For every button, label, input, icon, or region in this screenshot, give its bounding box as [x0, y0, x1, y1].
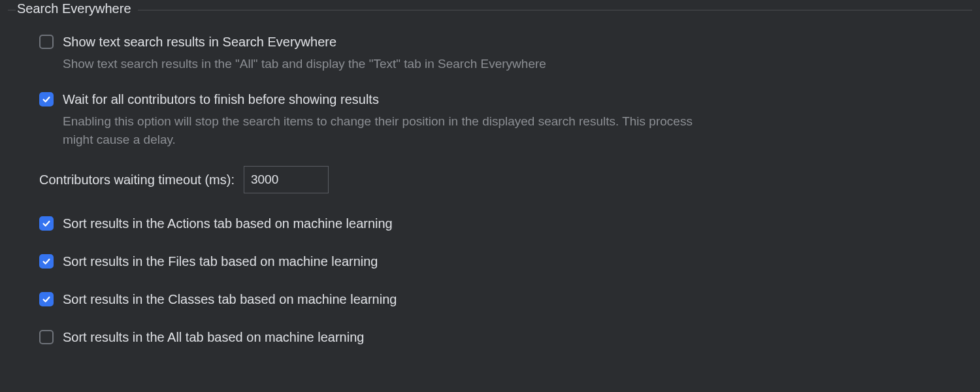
ml-files-checkbox[interactable] [39, 254, 54, 269]
ml-all-label: Sort results in the All tab based on mac… [63, 328, 364, 346]
check-icon [42, 295, 51, 304]
ml-actions-label: Sort results in the Actions tab based on… [63, 214, 393, 233]
show-text-search-checkbox[interactable] [39, 35, 54, 49]
section-title: Search Everywhere [16, 1, 138, 16]
ml-all-checkbox[interactable] [39, 330, 54, 344]
timeout-row: Contributors waiting timeout (ms): [39, 166, 972, 193]
ml-files-label: Sort results in the Files tab based on m… [63, 252, 378, 270]
wait-contributors-row: Wait for all contributors to finish befo… [39, 90, 972, 108]
timeout-input[interactable] [244, 166, 329, 193]
check-icon [42, 219, 51, 228]
ml-classes-checkbox[interactable] [39, 292, 54, 306]
ml-classes-label: Sort results in the Classes tab based on… [63, 290, 397, 308]
wait-contributors-label: Wait for all contributors to finish befo… [63, 90, 379, 108]
ml-classes-row: Sort results in the Classes tab based on… [39, 290, 972, 308]
wait-contributors-description: Enabling this option will stop the searc… [63, 112, 716, 149]
show-text-search-row: Show text search results in Search Every… [39, 33, 972, 51]
ml-sort-section: Sort results in the Actions tab based on… [39, 214, 972, 346]
check-icon [42, 257, 51, 266]
search-everywhere-section: Search Everywhere Show text search resul… [8, 10, 972, 346]
settings-content: Show text search results in Search Every… [8, 16, 972, 346]
check-icon [42, 95, 51, 104]
ml-actions-checkbox[interactable] [39, 216, 54, 231]
ml-files-row: Sort results in the Files tab based on m… [39, 252, 972, 270]
ml-actions-row: Sort results in the Actions tab based on… [39, 214, 972, 233]
ml-all-row: Sort results in the All tab based on mac… [39, 328, 972, 346]
wait-contributors-checkbox[interactable] [39, 92, 54, 106]
show-text-search-description: Show text search results in the "All" ta… [63, 55, 716, 73]
timeout-label: Contributors waiting timeout (ms): [39, 172, 235, 188]
show-text-search-label: Show text search results in Search Every… [63, 33, 336, 51]
